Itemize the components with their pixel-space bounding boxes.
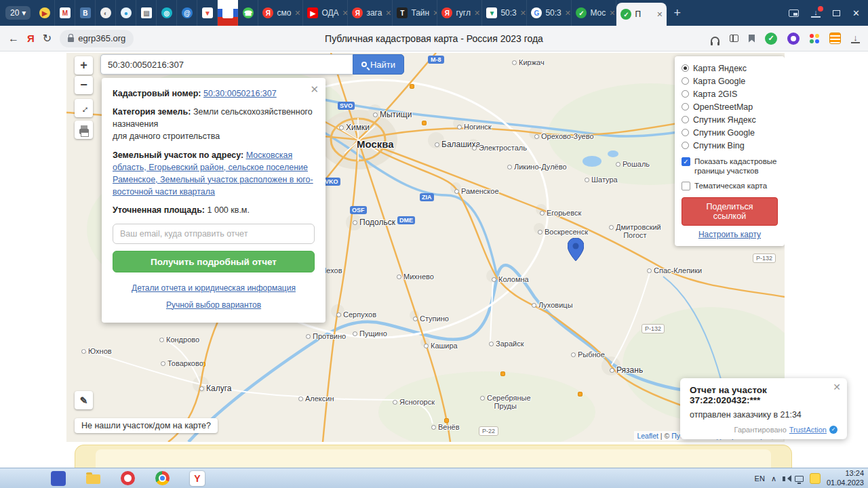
drop-tab-icon[interactable]: ● — [116, 0, 136, 26]
layer-radio-option[interactable]: Карта 2GIS — [682, 87, 778, 100]
layer-radio-option[interactable]: Карта Google — [682, 75, 778, 87]
taskbar-app-icon[interactable] — [51, 471, 66, 486]
map-city-label: Киржач — [512, 58, 545, 66]
clock[interactable]: 13:24 01.04.2023 — [827, 469, 864, 488]
document-tab-icon[interactable]: ▤ — [136, 0, 157, 26]
tab-close-icon[interactable]: ✕ — [342, 9, 349, 18]
expand-arrows-icon: ↔ — [76, 100, 92, 116]
layer-checkbox-option[interactable]: Тематическая карта — [682, 181, 778, 190]
browser-tab[interactable]: Т Тайн ✕ — [393, 0, 437, 26]
download-arrow-icon[interactable]: ↓ — [851, 34, 860, 43]
cadastral-search-input[interactable] — [100, 54, 353, 75]
measure-button[interactable]: ✎ — [75, 391, 93, 409]
get-report-button[interactable]: Получить подробный отчет — [113, 251, 315, 272]
browser-tab[interactable]: ▶ ОДА ✕ — [303, 0, 348, 26]
map-city-label: Кашира — [424, 342, 458, 350]
new-tab-button[interactable]: + — [667, 6, 688, 20]
services-grid-icon[interactable] — [810, 34, 819, 43]
browser-tab[interactable]: ✓ Мос ✕ — [572, 0, 616, 26]
tab-close-icon[interactable]: ✕ — [294, 9, 300, 18]
folder-icon[interactable] — [86, 474, 100, 484]
web-page: КиржачСобинкаПетушкиМытищиХимкиНогинскОр… — [0, 52, 868, 468]
toast-close-icon[interactable]: ✕ — [833, 382, 841, 392]
refresh-button[interactable]: ↻ — [43, 32, 52, 45]
map-canvas[interactable]: КиржачСобинкаПетушкиМытищиХимкиНогинскОр… — [66, 53, 785, 442]
fullscreen-button[interactable]: ↔ — [75, 99, 93, 117]
protect-shield-icon[interactable]: ✓ — [765, 33, 777, 45]
panels-icon[interactable] — [730, 35, 738, 42]
poi-marker-icon — [578, 392, 583, 396]
layer-checkbox-option[interactable]: Показать кадастровые границы участков — [682, 157, 778, 176]
layer-radio-option[interactable]: Карта Яндекс — [682, 62, 778, 75]
maps-pin-tab-icon[interactable]: ▼ — [197, 0, 218, 26]
tab-counter[interactable]: 20 ▾ — [5, 6, 31, 20]
browser-tab[interactable]: Я смо ✕ — [258, 0, 303, 26]
tab-close-icon[interactable]: ✕ — [609, 9, 615, 18]
browser-tab[interactable]: G 50:3 ✕ — [527, 0, 572, 26]
tab-close-icon[interactable]: ✕ — [565, 9, 571, 18]
layer-radio-option[interactable]: OpenStreetMap — [682, 100, 778, 113]
browser-tab[interactable]: ▼ 50:3 ✕ — [482, 0, 527, 26]
window-close-button[interactable]: ✕ — [852, 8, 860, 18]
configure-map-link[interactable]: Настроить карту — [682, 230, 778, 239]
zoom-out-button[interactable]: − — [75, 76, 93, 94]
layer-radio-option[interactable]: Спутник Яндекс — [682, 113, 778, 126]
browser-tab[interactable]: Я гугл ✕ — [437, 0, 482, 26]
poi-marker-icon — [444, 418, 449, 423]
browser-tab[interactable]: Я зага ✕ — [348, 0, 393, 26]
address-bar[interactable]: egrp365.org — [60, 30, 134, 47]
teal-app-tab-icon[interactable]: ◎ — [157, 0, 177, 26]
music-tab-icon[interactable]: ▶ — [35, 0, 55, 26]
map-city-label: Воскресенск — [538, 228, 588, 236]
chrome-icon[interactable] — [155, 471, 170, 485]
leaflet-link[interactable]: Leaflet — [637, 432, 658, 440]
display-icon[interactable] — [795, 476, 804, 482]
cadastral-number-link[interactable]: 50:30:0050216:307 — [203, 89, 277, 98]
browser-tab-icon[interactable]: ◐ — [96, 0, 116, 26]
toast-guarantee-text: Гарантировано — [734, 426, 787, 434]
popup-close-icon[interactable]: ✕ — [310, 82, 319, 97]
find-button[interactable]: Найти — [353, 54, 404, 75]
layer-radio-option[interactable]: Спутник Bing — [682, 139, 778, 152]
yandex-browser-icon[interactable]: Y — [190, 471, 205, 486]
share-link-button[interactable]: Поделиться ссылкой — [682, 197, 778, 226]
tray-expand-icon[interactable]: ∧ — [771, 474, 776, 483]
side-panel-icon[interactable] — [789, 9, 799, 17]
downloads-icon[interactable]: ↓ — [811, 9, 821, 18]
not-found-hint[interactable]: Не нашли участок/дом на карте? — [75, 418, 218, 433]
print-button[interactable] — [75, 121, 93, 139]
yandex-logo-icon[interactable]: Я — [27, 33, 35, 44]
tab-close-icon[interactable]: ✕ — [474, 9, 480, 18]
report-details-link[interactable]: Детали отчета и юридическая информация — [113, 283, 315, 294]
flag-tab-icon[interactable] — [218, 0, 238, 26]
vk-tab-icon[interactable]: B — [75, 0, 96, 26]
alice-icon[interactable] — [787, 33, 800, 45]
browser-tab[interactable]: ✓ П ✕ — [616, 3, 667, 26]
language-indicator[interactable]: EN — [755, 474, 765, 483]
maximize-button[interactable] — [833, 10, 840, 16]
back-button[interactable]: ← — [8, 33, 19, 45]
tab-close-icon[interactable]: ✕ — [520, 9, 526, 18]
zoom-in-button[interactable]: + — [75, 56, 93, 75]
opera-icon[interactable] — [121, 471, 135, 485]
tab-close-icon[interactable]: ✕ — [385, 9, 391, 18]
tab-close-icon[interactable]: ✕ — [433, 9, 437, 18]
mail-tab-icon[interactable]: @ — [177, 0, 197, 26]
bookmark-flag-icon[interactable] — [749, 35, 755, 43]
parcel-pin-icon[interactable] — [568, 238, 584, 261]
headset-icon[interactable] — [711, 37, 719, 43]
email-field[interactable] — [113, 224, 315, 244]
volume-icon[interactable] — [783, 476, 785, 481]
whatsapp-tab-icon[interactable]: ☎ — [238, 0, 258, 26]
tab-favicon-icon: Т — [397, 7, 408, 18]
tray-app-icon[interactable] — [810, 473, 821, 484]
layer-option-label: Карта Google — [693, 77, 745, 86]
trustaction-link[interactable]: TrustAction — [789, 426, 827, 434]
collections-icon[interactable] — [829, 33, 841, 44]
tab-close-icon[interactable]: ✕ — [656, 10, 663, 19]
layer-radio-option[interactable]: Спутник Google — [682, 126, 778, 139]
gmail-tab-icon[interactable]: M — [55, 0, 75, 26]
tab-favicon-icon: M — [60, 7, 71, 18]
time-text: 13:24 — [827, 469, 864, 479]
manual-options-link[interactable]: Ручной выбор вариантов — [113, 300, 315, 311]
